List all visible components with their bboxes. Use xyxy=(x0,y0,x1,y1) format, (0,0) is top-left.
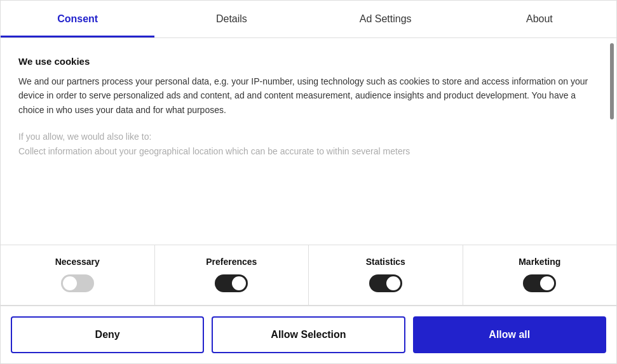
toggle-label-necessary: Necessary xyxy=(55,257,100,267)
content-title: We use cookies xyxy=(18,56,599,67)
allow-selection-button[interactable]: Allow Selection xyxy=(212,316,405,353)
content-body: We and our partners process your persona… xyxy=(18,74,599,117)
allow-all-button[interactable]: Allow all xyxy=(413,316,606,353)
toggle-cell-preferences: Preferences xyxy=(155,245,309,305)
buttons-row: Deny Allow Selection Allow all xyxy=(1,306,616,363)
consent-content: We use cookies We and our partners proce… xyxy=(1,38,616,245)
toggle-label-marketing: Marketing xyxy=(519,257,560,267)
toggles-row: Necessary Preferences Statistics Marketi… xyxy=(1,245,616,306)
tab-details[interactable]: Details xyxy=(154,1,308,37)
tab-ad-settings[interactable]: Ad Settings xyxy=(309,1,463,37)
tab-consent[interactable]: Consent xyxy=(1,1,154,37)
tab-about[interactable]: About xyxy=(463,1,616,37)
deny-button[interactable]: Deny xyxy=(11,316,204,353)
toggle-marketing[interactable] xyxy=(523,274,556,292)
toggle-cell-statistics: Statistics xyxy=(309,245,463,305)
toggle-preferences[interactable] xyxy=(215,274,248,292)
toggle-cell-necessary: Necessary xyxy=(1,245,155,305)
toggle-label-statistics: Statistics xyxy=(366,257,405,267)
toggle-statistics[interactable] xyxy=(369,274,402,292)
content-optional: If you allow, we would also like to: Col… xyxy=(18,130,599,158)
toggle-necessary[interactable] xyxy=(61,274,94,292)
cookie-consent-modal: Consent Details Ad Settings About We use… xyxy=(0,0,617,364)
toggle-cell-marketing: Marketing xyxy=(463,245,617,305)
toggle-label-preferences: Preferences xyxy=(206,257,257,267)
tab-bar: Consent Details Ad Settings About xyxy=(1,1,616,38)
